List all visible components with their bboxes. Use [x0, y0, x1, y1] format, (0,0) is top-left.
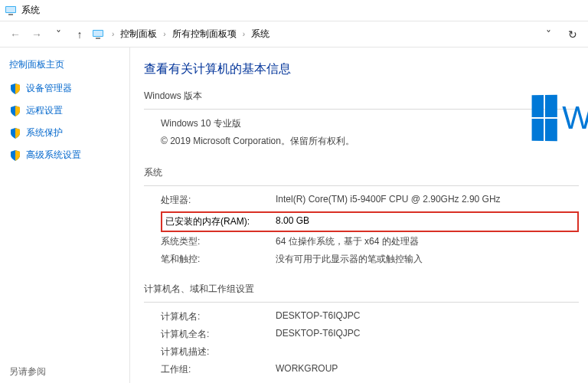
breadcrumb-icon — [92, 28, 104, 41]
shield-icon — [9, 149, 21, 162]
divider — [144, 185, 579, 186]
processor-value: Intel(R) Core(TM) i5-9400F CPU @ 2.90GHz… — [276, 194, 579, 207]
svg-rect-2 — [8, 14, 13, 15]
system-type-label: 系统类型: — [161, 235, 276, 248]
divider — [144, 302, 579, 303]
chevron-right-icon: › — [163, 30, 165, 38]
computer-desc-value — [276, 345, 579, 358]
forward-button[interactable]: → — [28, 25, 46, 44]
computer-fullname-label: 计算机全名: — [161, 328, 276, 341]
window-title: 系统 — [21, 4, 40, 17]
copyright-text: © 2019 Microsoft Corporation。保留所有权利。 — [161, 135, 354, 148]
system-type-value: 64 位操作系统，基于 x64 的处理器 — [276, 235, 579, 248]
section-system: 系统 — [144, 166, 579, 179]
sidebar-item-system-protection[interactable]: 系统保护 — [9, 126, 120, 139]
sidebar-item-label: 远程设置 — [26, 104, 63, 117]
computer-fullname-value: DESKTOP-T6IQJPC — [276, 328, 579, 341]
refresh-button[interactable]: ↻ — [564, 25, 582, 44]
sidebar: 控制面板主页 设备管理器 远程设置 系统保护 高级系统设置 另请参阅 — [0, 47, 130, 383]
shield-icon — [9, 127, 21, 139]
main-content: 查看有关计算机的基本信息 W Windows 版本 Windows 10 专业版… — [130, 47, 588, 383]
pen-touch-value: 没有可用于此显示器的笔或触控输入 — [276, 253, 579, 266]
sidebar-item-device-manager[interactable]: 设备管理器 — [9, 82, 120, 95]
crumb-system[interactable]: 系统 — [251, 28, 270, 41]
svg-rect-4 — [93, 31, 103, 36]
chevron-right-icon: › — [243, 30, 245, 38]
section-computer-name: 计算机名、域和工作组设置 — [144, 283, 579, 296]
breadcrumb: › 控制面板 › 所有控制面板项 › 系统 — [110, 28, 536, 41]
shield-icon — [9, 83, 21, 95]
title-bar: 系统 — [0, 0, 588, 21]
windows-logo-text: W — [562, 100, 588, 136]
processor-label: 处理器: — [161, 194, 276, 207]
app-icon — [5, 5, 17, 17]
page-heading: 查看有关计算机的基本信息 — [144, 61, 579, 77]
workgroup-label: 工作组: — [161, 363, 276, 376]
recent-dropdown[interactable]: ˅ — [49, 25, 67, 44]
ram-highlight: 已安装的内存(RAM): 8.00 GB — [161, 211, 579, 232]
nav-bar: ← → ˅ ↑ › 控制面板 › 所有控制面板项 › 系统 ˅ ↻ — [0, 21, 588, 47]
back-button[interactable]: ← — [6, 25, 24, 44]
crumb-all-items[interactable]: 所有控制面板项 — [172, 28, 237, 41]
ram-label: 已安装的内存(RAM): — [165, 215, 276, 228]
workgroup-value: WORKGROUP — [276, 363, 579, 376]
sidebar-item-label: 高级系统设置 — [26, 149, 81, 162]
edition-value: Windows 10 专业版 — [161, 117, 241, 130]
sidebar-item-label: 设备管理器 — [26, 82, 72, 95]
crumb-control-panel[interactable]: 控制面板 — [120, 28, 157, 41]
ram-value: 8.00 GB — [276, 215, 309, 228]
sidebar-item-advanced-settings[interactable]: 高级系统设置 — [9, 149, 120, 162]
pen-touch-label: 笔和触控: — [161, 253, 276, 266]
windows-logo: W — [531, 87, 588, 149]
computer-desc-label: 计算机描述: — [161, 345, 276, 358]
computer-name-value: DESKTOP-T6IQJPC — [276, 310, 579, 323]
svg-rect-1 — [6, 7, 15, 12]
sidebar-item-label: 系统保护 — [26, 126, 63, 139]
address-dropdown[interactable]: ˅ — [539, 25, 557, 44]
shield-icon — [9, 105, 21, 117]
sidebar-item-remote-settings[interactable]: 远程设置 — [9, 104, 120, 117]
see-also-heading: 另请参阅 — [9, 365, 46, 378]
section-windows-edition: Windows 版本 — [144, 90, 579, 103]
computer-name-label: 计算机名: — [161, 310, 276, 323]
up-button[interactable]: ↑ — [70, 25, 89, 44]
svg-rect-5 — [96, 38, 100, 39]
control-panel-home-link[interactable]: 控制面板主页 — [9, 58, 120, 71]
divider — [144, 109, 579, 110]
chevron-right-icon: › — [112, 30, 114, 38]
